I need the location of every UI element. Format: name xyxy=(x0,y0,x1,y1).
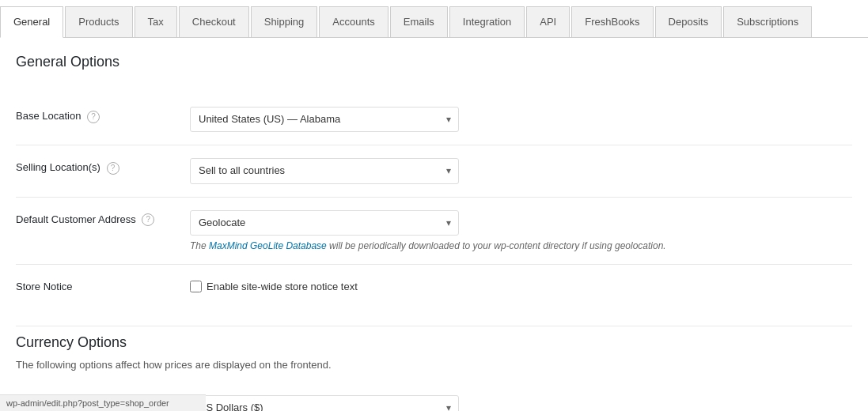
tab-tax[interactable]: Tax xyxy=(135,6,177,37)
base-location-row: Base Location ? United States (US) — Ala… xyxy=(16,94,852,145)
currency-select-wrapper: US Dollars ($)Euros (€)British Pounds (£… xyxy=(190,395,459,411)
default-customer-address-label: Default Customer Address xyxy=(16,213,136,225)
store-notice-label: Store Notice xyxy=(16,281,73,292)
default-customer-address-help-icon[interactable]: ? xyxy=(142,213,154,226)
selling-locations-row: Selling Location(s) ? Sell to all countr… xyxy=(16,145,852,197)
tab-shipping[interactable]: Shipping xyxy=(251,6,318,37)
status-bar: wp-admin/edit.php?post_type=shop_order xyxy=(0,394,206,411)
tabs-container: GeneralProductsTaxCheckoutShippingAccoun… xyxy=(0,0,868,38)
store-notice-checkbox-label[interactable]: Enable site-wide store notice text xyxy=(190,277,852,292)
tab-accounts[interactable]: Accounts xyxy=(319,6,388,37)
selling-locations-help-icon[interactable]: ? xyxy=(107,162,119,175)
default-customer-address-select[interactable]: GeolocateShop base addressNo address xyxy=(190,210,459,236)
store-notice-checkbox-text: Enable site-wide store notice text xyxy=(207,281,358,292)
tab-subscriptions[interactable]: Subscriptions xyxy=(723,6,812,37)
geolite-database-link[interactable]: MaxMind GeoLite Database xyxy=(209,240,327,251)
status-bar-text: wp-admin/edit.php?post_type=shop_order xyxy=(6,398,169,408)
tab-deposits[interactable]: Deposits xyxy=(655,6,722,37)
currency-section-title: Currency Options xyxy=(16,326,852,351)
currency-select[interactable]: US Dollars ($)Euros (€)British Pounds (£… xyxy=(190,395,459,411)
selling-locations-select[interactable]: Sell to all countriesSell to specific co… xyxy=(190,158,459,183)
tab-emails[interactable]: Emails xyxy=(390,6,448,37)
tab-checkout[interactable]: Checkout xyxy=(179,6,249,37)
geolite-description-suffix: will be periodically downloaded to your … xyxy=(327,240,666,251)
base-location-help-icon[interactable]: ? xyxy=(87,111,100,123)
selling-locations-label: Selling Location(s) xyxy=(16,161,100,173)
tab-api[interactable]: API xyxy=(526,6,570,37)
tab-integration[interactable]: Integration xyxy=(449,6,525,37)
tab-products[interactable]: Products xyxy=(65,6,132,37)
store-notice-checkbox[interactable] xyxy=(190,281,202,292)
tab-freshbooks[interactable]: FreshBooks xyxy=(571,6,653,37)
tab-general[interactable]: General xyxy=(0,6,63,38)
store-notice-row: Store Notice Enable site-wide store noti… xyxy=(16,264,852,307)
geolite-description-prefix: The xyxy=(190,240,209,251)
page-title: General Options xyxy=(16,54,852,78)
content-area: General Options Base Location ? United S… xyxy=(0,38,868,411)
default-customer-address-select-wrapper: GeolocateShop base addressNo address xyxy=(190,210,459,236)
currency-section-description: The following options affect how prices … xyxy=(16,359,852,371)
base-location-label: Base Location xyxy=(16,110,81,122)
base-location-select-wrapper: United States (US) — AlabamaUnited State… xyxy=(190,107,459,132)
selling-locations-select-wrapper: Sell to all countriesSell to specific co… xyxy=(190,158,459,183)
default-customer-address-row: Default Customer Address ? GeolocateShop… xyxy=(16,197,852,264)
geolite-description: The MaxMind GeoLite Database will be per… xyxy=(190,240,852,251)
base-location-select[interactable]: United States (US) — AlabamaUnited State… xyxy=(190,107,459,132)
